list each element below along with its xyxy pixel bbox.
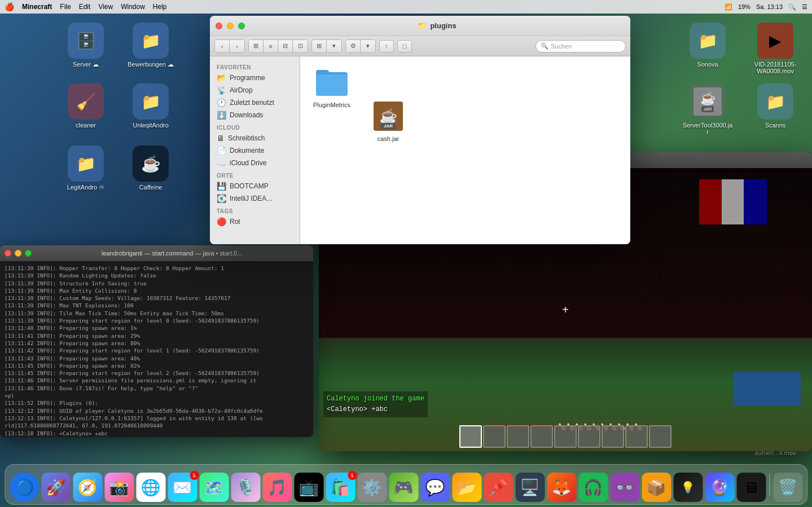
dock-item-safari[interactable]: 🧭: [73, 473, 102, 502]
share-button[interactable]: ↑: [379, 40, 394, 52]
finder-maximize-button[interactable]: [238, 23, 245, 29]
sidebar-item-rot[interactable]: 🔴 Rot: [210, 215, 300, 228]
desktop-icon-unleqitandro[interactable]: 📁 UnleqitAndro: [125, 83, 176, 129]
dock-item-music[interactable]: 🎵: [262, 473, 292, 502]
terminal-body[interactable]: [13:11:39 INFO]: Hopper Transfer: 8 Hopp…: [0, 261, 313, 437]
desktop-icon-legitandro[interactable]: 📁 LegitAndro ♾: [60, 146, 111, 191]
sidebar-item-documents[interactable]: 📄 Dokumente: [210, 144, 300, 157]
menubar-search[interactable]: 🔍: [788, 3, 796, 11]
dock-item-screens[interactable]: 🖥️: [515, 473, 545, 502]
terminal-maximize-button[interactable]: [25, 250, 32, 257]
sidebar-item-desktop[interactable]: 🖥 Schreibtisch: [210, 132, 300, 144]
menubar-battery: 19%: [738, 3, 750, 10]
arrange-button[interactable]: ⊞: [312, 40, 327, 52]
desktop-icon-caffeine[interactable]: ☕ Caffeine: [125, 146, 176, 191]
menu-edit[interactable]: Edit: [79, 3, 91, 11]
recent-icon: 🕐: [217, 98, 226, 107]
menubar-left: 🍎 Minecraft File Edit View Window Help: [5, 2, 167, 11]
menu-view[interactable]: View: [98, 3, 113, 11]
dock-item-spectacle[interactable]: 👓: [610, 473, 639, 502]
dock-item-discord[interactable]: 💬: [420, 473, 450, 502]
dock-item-trash[interactable]: 🗑️: [773, 473, 802, 502]
screens-icon: 🖥️: [520, 478, 540, 497]
menubar-right: 📶 19% Sa. 13:13 🔍 ☰: [725, 3, 807, 11]
tags-label: Tags: [210, 205, 300, 215]
sidebar-item-downloads[interactable]: ⬇️ Downloads: [210, 109, 300, 121]
settings-chevron[interactable]: ▾: [361, 40, 375, 52]
terminal-close-button[interactable]: [5, 250, 11, 257]
coovisor-icon: 🔮: [710, 478, 730, 497]
intellij-icon: 💡: [681, 480, 695, 494]
dock-item-tv[interactable]: 📺: [294, 473, 323, 502]
dock-item-mail[interactable]: ✉️ 1: [168, 473, 197, 502]
chrome-icon: 🌐: [141, 478, 161, 497]
menubar-wifi: 📶: [725, 3, 732, 11]
airdrop-icon: 📡: [217, 86, 226, 95]
dock-item-minecraft[interactable]: 🎮: [389, 473, 418, 502]
desktop-icon-servertool[interactable]: ☕ JAR ServerTool3000.jar: [682, 83, 733, 135]
column-view-button[interactable]: ⊟: [278, 40, 293, 52]
dock-item-maps[interactable]: 🗺️: [199, 473, 229, 502]
terminal-minimize-button[interactable]: [15, 250, 21, 257]
sidebar-item-bootcamp[interactable]: 💾 BOOTCAMP: [210, 180, 300, 192]
favorites-label: Favoriten: [210, 61, 300, 72]
cash-jar-icon: ☕ JAR: [371, 99, 405, 133]
dock-item-photos[interactable]: 📸: [104, 473, 134, 502]
dock-item-spotify[interactable]: 🎧: [578, 473, 608, 502]
settings-button[interactable]: ⚙: [346, 40, 361, 52]
apple-menu[interactable]: 🍎: [5, 2, 14, 11]
cover-view-button[interactable]: ⊡: [293, 40, 308, 52]
arrange-chevron[interactable]: ▾: [327, 40, 341, 52]
dock-item-terminal[interactable]: 🖥: [736, 473, 766, 502]
airdrop-button[interactable]: □: [397, 40, 412, 52]
dock-item-firefox[interactable]: 🦊: [547, 473, 576, 502]
sidebar-item-icloud-drive[interactable]: ☁️ iCloud Drive: [210, 157, 300, 169]
desktop-icon-vid[interactable]: ▶ VID-20181105-WA0008.mov: [750, 23, 801, 74]
desktop-icon-scanns[interactable]: 📁 Scanns: [750, 83, 801, 129]
menubar: 🍎 Minecraft File Edit View Window Help 📶…: [0, 0, 812, 14]
hotbar-slot-9: [649, 425, 671, 448]
file-item-pluginmetrics[interactable]: PluginMetrics: [309, 65, 354, 142]
back-button[interactable]: ‹: [215, 40, 230, 52]
rot-tag-icon: 🔴: [217, 217, 226, 226]
menu-help[interactable]: Help: [153, 3, 167, 11]
menubar-controls[interactable]: ☰: [802, 3, 807, 11]
desktop-icon-cleaner[interactable]: 🧹 cleaner: [60, 83, 111, 129]
sidebar-item-airdrop[interactable]: 📡 AirDrop: [210, 84, 300, 96]
nav-button-group: ‹ ›: [214, 39, 245, 53]
box-icon: 📦: [647, 478, 666, 497]
sidebar-item-programme[interactable]: 📂 Programme: [210, 72, 300, 84]
hotbar-slot-8: [625, 425, 648, 448]
dock-item-pintool[interactable]: 📌: [484, 473, 513, 502]
dock-item-box[interactable]: 📦: [642, 473, 671, 502]
finder-close-button[interactable]: [216, 23, 222, 29]
sidebar-item-recent[interactable]: 🕐 Zuletzt benutzt: [210, 96, 300, 109]
dock-item-prefs[interactable]: ⚙️: [357, 473, 387, 502]
app-name[interactable]: Minecraft: [22, 3, 52, 11]
list-view-button[interactable]: ≡: [264, 40, 278, 52]
dock-item-chrome[interactable]: 🌐: [136, 473, 165, 502]
forward-button[interactable]: ›: [230, 40, 244, 52]
dock-item-intellij[interactable]: 💡: [673, 473, 703, 502]
hotbar-slot-7: [602, 425, 624, 448]
finder-minimize-button[interactable]: [227, 23, 234, 29]
menu-window[interactable]: Window: [121, 3, 145, 11]
dock-item-podcasts[interactable]: 🎙️: [231, 473, 260, 502]
icon-view-button[interactable]: ⊞: [249, 40, 264, 52]
log-line: [13:12:12 INFO]: UUID of player Caletyno…: [5, 407, 309, 415]
desktop-icon-bewerbungen[interactable]: 📁 Bewerbungen ☁: [125, 23, 176, 68]
dock-item-launchpad[interactable]: 🚀: [41, 473, 71, 502]
desktop-icon-server[interactable]: 🗄️ Server ☁: [60, 23, 111, 68]
terminal-titlebar: leandrobriganti — start.command — java •…: [0, 245, 313, 261]
menu-file[interactable]: File: [60, 3, 71, 11]
chat-message: <Caletyno> +abc: [327, 404, 424, 415]
downloads-icon: ⬇️: [217, 111, 226, 120]
sidebar-item-intellij[interactable]: 💽 IntelliJ IDEA...: [210, 192, 300, 205]
file-item-cash-jar[interactable]: ☕ JAR cash.jar: [366, 99, 411, 142]
dock-item-finder[interactable]: 🔵: [10, 473, 39, 502]
desktop-icon-sonova[interactable]: 📁 Sonova: [682, 23, 733, 68]
dock-item-files[interactable]: 📂: [452, 473, 481, 502]
terminal-window: leandrobriganti — start.command — java •…: [0, 245, 313, 437]
dock-item-coovisor[interactable]: 🔮: [705, 473, 734, 502]
dock-item-appstore[interactable]: 🛍️ 1: [326, 473, 355, 502]
